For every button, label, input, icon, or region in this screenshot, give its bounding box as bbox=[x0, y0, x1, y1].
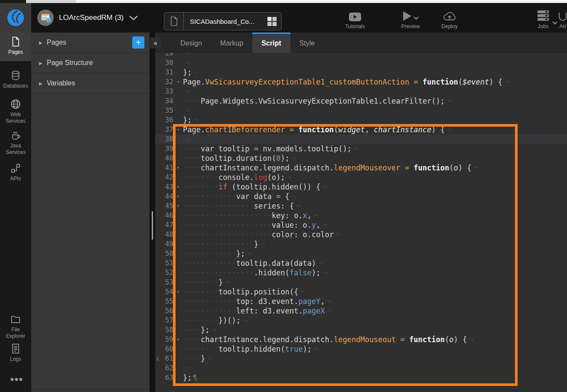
tab-design[interactable]: Design bbox=[171, 33, 211, 53]
fold-arrow-icon[interactable]: ▾ bbox=[173, 192, 183, 201]
code-line-34[interactable]: 34····Page.Widgets.VwSicasurveyException… bbox=[155, 96, 567, 106]
sidebar-item-more[interactable] bbox=[0, 374, 31, 387]
panel-section-pages[interactable]: ▶Pages+ bbox=[31, 33, 150, 53]
gutter-space bbox=[155, 211, 160, 220]
fold-space bbox=[173, 144, 183, 154]
tab-markup[interactable]: Markup bbox=[211, 33, 252, 53]
sidebar-item-databases[interactable]: Databases bbox=[0, 66, 31, 96]
code-text: ····}¬ bbox=[183, 354, 212, 363]
tab-script[interactable]: Script bbox=[252, 33, 290, 53]
code-line-33[interactable]: 33¬ bbox=[155, 87, 567, 96]
tab-style[interactable]: Style bbox=[290, 33, 324, 53]
gutter-space bbox=[155, 258, 160, 268]
code-line-39[interactable]: 39····var tooltip = nv.models.tooltip();… bbox=[155, 144, 567, 154]
artifacts-button-clipped[interactable]: Art bbox=[558, 10, 567, 29]
jobs-button[interactable]: Jobs bbox=[532, 10, 554, 29]
artifacts-icon bbox=[558, 11, 567, 21]
fold-arrow-icon[interactable]: ▾ bbox=[173, 287, 183, 297]
code-line-52[interactable]: 52················.hidden(false);¬ bbox=[155, 268, 567, 278]
sidebar-item-logs[interactable]: Logs bbox=[0, 340, 31, 366]
sidebar-item-file-explorer[interactable]: File Explorer bbox=[0, 310, 31, 340]
code-line-31[interactable]: 31};¬ bbox=[155, 68, 567, 77]
code-line-32[interactable]: 32▾Page.VwSicasurveyExceptionTable1_cust… bbox=[155, 77, 567, 87]
script-code-area[interactable]: 29¬30¬31};¬32▾Page.VwSicasurveyException… bbox=[155, 33, 567, 392]
code-line-38[interactable]: 38¬ bbox=[155, 134, 567, 144]
sidebar-item-web-services[interactable]: Web Services bbox=[0, 95, 31, 126]
gutter-space bbox=[155, 306, 160, 316]
gutter-space bbox=[155, 96, 160, 106]
code-line-36[interactable]: 36};¬ bbox=[155, 115, 567, 125]
chevron-down-icon[interactable] bbox=[552, 21, 557, 25]
line-number: 45 bbox=[160, 201, 173, 211]
add-page-button[interactable]: + bbox=[132, 36, 144, 49]
scrollbar-thumb[interactable] bbox=[152, 211, 153, 240]
grid-icon[interactable] bbox=[267, 17, 277, 26]
code-line-56[interactable]: 56············left: d3.event.pageX¬ bbox=[155, 306, 567, 316]
project-switcher[interactable]: LOArcSpeedRM (3) bbox=[37, 3, 138, 33]
code-line-42[interactable]: 42········console.log(o);¬ bbox=[155, 173, 567, 182]
project-avatar bbox=[37, 10, 54, 26]
code-line-50[interactable]: 50············};¬ bbox=[155, 249, 567, 258]
panel-editor-divider bbox=[150, 33, 155, 392]
code-line-44[interactable]: 44▾············var data = {¬ bbox=[155, 192, 567, 201]
panel-section-variables[interactable]: ▶Variables bbox=[31, 73, 150, 94]
code-line-62[interactable]: 62¬ bbox=[155, 363, 567, 373]
line-number: 39 bbox=[160, 144, 173, 154]
fold-arrow-icon[interactable]: ▾ bbox=[173, 77, 183, 87]
code-text: ········console.log(o);¬ bbox=[183, 173, 292, 182]
line-number: 30 bbox=[160, 58, 173, 68]
code-line-48[interactable]: 48····················color: o.color¬ bbox=[155, 230, 567, 239]
code-line-41[interactable]: 41▾····chartInstance.legend.dispatch.leg… bbox=[155, 163, 567, 173]
code-line-43[interactable]: 43▾········if (tooltip.hidden()) {¬ bbox=[155, 182, 567, 192]
code-line-63[interactable]: 63};¶ bbox=[155, 373, 567, 382]
code-line-53[interactable]: 53········}¬ bbox=[155, 278, 567, 287]
code-line-58[interactable]: 58····};¬ bbox=[155, 325, 567, 335]
code-line-35[interactable]: 35¬ bbox=[155, 106, 567, 115]
fold-arrow-icon[interactable]: ▾ bbox=[173, 163, 183, 173]
code-line-46[interactable]: 46····················key: o.x,¬ bbox=[155, 211, 567, 220]
sidebar-item-java-services[interactable]: Java Services bbox=[0, 126, 31, 157]
fold-space bbox=[173, 278, 183, 287]
preview-button[interactable]: Preview bbox=[391, 10, 430, 29]
code-line-45[interactable]: 45▾················series: {¬ bbox=[155, 201, 567, 211]
fold-arrow-icon[interactable]: ▾ bbox=[173, 125, 183, 134]
code-text: ····chartInstance.legend.dispatch.legend… bbox=[183, 335, 473, 344]
gutter-space bbox=[155, 201, 160, 211]
panel-bottom-divider bbox=[31, 389, 150, 389]
left-rail: PagesDatabasesWeb ServicesJava ServicesA… bbox=[0, 33, 31, 392]
page-tab[interactable]: SICADashboard_Co... bbox=[164, 12, 282, 30]
fold-arrow-icon[interactable]: ▾ bbox=[173, 182, 183, 192]
code-line-61[interactable]: i61····}¬ bbox=[155, 354, 567, 363]
code-line-57[interactable]: 57········})();¬ bbox=[155, 316, 567, 325]
deploy-button[interactable]: Deploy bbox=[436, 10, 463, 29]
line-number: 55 bbox=[160, 297, 173, 306]
code-line-59[interactable]: 59▾····chartInstance.legend.dispatch.leg… bbox=[155, 335, 567, 344]
line-number: 51 bbox=[160, 258, 173, 268]
expand-arrow-icon: ▶ bbox=[39, 61, 42, 65]
chevron-down-icon[interactable] bbox=[414, 16, 419, 20]
code-line-55[interactable]: 55············top: d3.event.pageY,¬ bbox=[155, 297, 567, 306]
code-line-54[interactable]: 54▾········tooltip.position({¬ bbox=[155, 287, 567, 297]
panel-section-page-structure[interactable]: ▶Page Structure bbox=[31, 53, 150, 73]
code-line-51[interactable]: 51············tooltip.data(data)¬ bbox=[155, 258, 567, 268]
fold-arrow-icon[interactable]: ▾ bbox=[173, 335, 183, 344]
code-line-60[interactable]: 60········tooltip.hidden(true);¬ bbox=[155, 344, 567, 354]
sidebar-item-pages[interactable]: Pages bbox=[0, 33, 31, 61]
code-text: ¬ bbox=[183, 134, 189, 144]
wavemaker-logo[interactable] bbox=[0, 3, 31, 33]
gutter-space bbox=[155, 316, 160, 325]
code-line-49[interactable]: 49················}¬ bbox=[155, 239, 567, 249]
project-name: LOArcSpeedRM (3) bbox=[59, 13, 124, 22]
sidebar-item-label: Web Services bbox=[6, 111, 26, 124]
code-line-40[interactable]: 40····tooltip.duration(0);¬ bbox=[155, 154, 567, 163]
tutorials-button[interactable]: Tutorials bbox=[342, 10, 368, 29]
gutter-space bbox=[155, 144, 160, 154]
code-line-30[interactable]: 30¬ bbox=[155, 58, 567, 68]
sidebar-item-apis[interactable]: APIs bbox=[0, 159, 31, 185]
panel-collapse-button[interactable]: « bbox=[150, 37, 161, 49]
line-number: 32 bbox=[160, 77, 173, 87]
code-line-37[interactable]: 37▾Page.chart1Beforerender = function(wi… bbox=[155, 125, 567, 134]
code-line-47[interactable]: 47····················value: o.y,¬ bbox=[155, 220, 567, 230]
panel-section-label: Pages bbox=[47, 39, 66, 46]
fold-arrow-icon[interactable]: ▾ bbox=[173, 201, 183, 211]
